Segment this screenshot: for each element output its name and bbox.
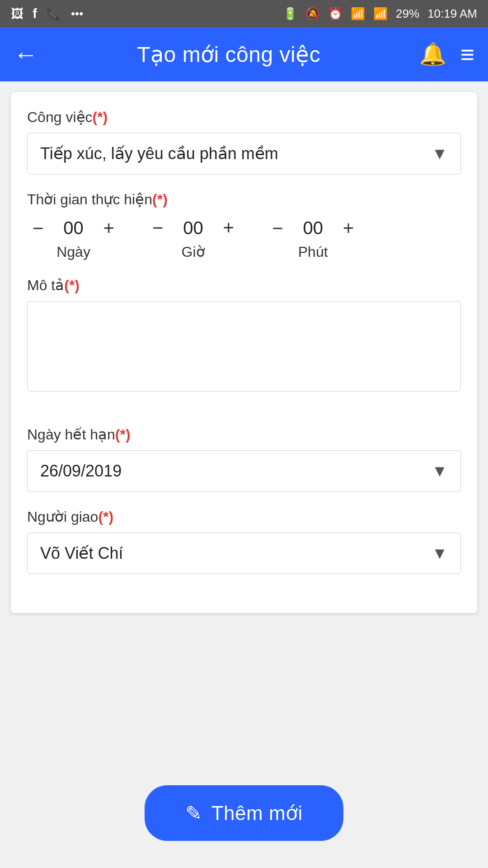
thoi-gian-section: Thời gian thực hiện(*) − 00 + Ngày − bbox=[27, 191, 461, 260]
thoi-gian-label: Thời gian thực hiện(*) bbox=[27, 191, 461, 208]
cong-viec-section: Công việc(*) Tiếp xúc, lấy yêu cầu phần … bbox=[27, 108, 461, 175]
nguoi-giao-dropdown-arrow: ▼ bbox=[432, 544, 448, 563]
viber-icon: 📞 bbox=[46, 6, 62, 21]
ngay-value: 00 bbox=[60, 218, 87, 238]
battery-text: 29% bbox=[396, 7, 419, 21]
gio-decrement-button[interactable]: − bbox=[147, 215, 169, 241]
facebook-icon: f bbox=[33, 6, 37, 21]
time-text: 10:19 AM bbox=[427, 7, 477, 21]
nguoi-giao-value: Võ Viết Chí bbox=[40, 544, 123, 563]
cong-viec-dropdown-arrow: ▼ bbox=[432, 144, 448, 163]
nguoi-giao-label: Người giao(*) bbox=[27, 508, 461, 525]
alarm-icon: ⏰ bbox=[328, 7, 343, 21]
phut-label: Phút bbox=[298, 244, 328, 260]
app-bar: ← Tạo mới công việc 🔔 ≡ bbox=[0, 27, 488, 81]
more-icon: ••• bbox=[71, 7, 83, 21]
status-bar-left-icons: 🖼 f 📞 ••• bbox=[11, 6, 83, 21]
notification-bell-icon[interactable]: 🔔 bbox=[419, 42, 446, 67]
gio-label: Giờ bbox=[182, 243, 205, 260]
page-title: Tạo mới công việc bbox=[52, 42, 406, 67]
gallery-icon: 🖼 bbox=[11, 6, 23, 21]
ngay-decrement-button[interactable]: − bbox=[27, 216, 49, 241]
wifi-icon: 📶 bbox=[351, 7, 365, 21]
ngay-het-han-dropdown-arrow: ▼ bbox=[432, 462, 448, 481]
add-new-button[interactable]: ✎ Thêm mới bbox=[145, 785, 343, 841]
phut-value: 00 bbox=[300, 218, 327, 238]
ngay-het-han-value: 26/09/2019 bbox=[40, 462, 122, 481]
status-bar-right-icons: 🔋 🔕 ⏰ 📶 📶 29% 10:19 AM bbox=[283, 7, 477, 21]
cong-viec-dropdown[interactable]: Tiếp xúc, lấy yêu cầu phần mềm ▼ bbox=[27, 133, 461, 175]
ngay-het-han-label: Ngày hết hạn(*) bbox=[27, 426, 461, 443]
mo-ta-section: Mô tả(*) bbox=[27, 277, 461, 410]
status-bar: 🖼 f 📞 ••• 🔋 🔕 ⏰ 📶 📶 29% 10:19 AM bbox=[0, 0, 488, 27]
sim-icon: 🔋 bbox=[283, 7, 297, 21]
gio-increment-button[interactable]: + bbox=[218, 215, 240, 241]
signal-icon: 📶 bbox=[373, 7, 388, 21]
ngay-increment-button[interactable]: + bbox=[98, 216, 120, 241]
add-new-icon: ✎ bbox=[185, 802, 202, 825]
add-new-label: Thêm mới bbox=[211, 802, 303, 825]
mo-ta-input[interactable] bbox=[27, 301, 461, 392]
nguoi-giao-section: Người giao(*) Võ Viết Chí ▼ bbox=[27, 508, 461, 574]
bottom-action-area: ✎ Thêm mới bbox=[0, 772, 488, 868]
phut-increment-button[interactable]: + bbox=[338, 216, 360, 241]
time-controls: − 00 + Ngày − 00 + Giờ bbox=[27, 215, 461, 260]
cong-viec-value: Tiếp xúc, lấy yêu cầu phần mềm bbox=[40, 144, 278, 163]
nguoi-giao-dropdown[interactable]: Võ Viết Chí ▼ bbox=[27, 533, 461, 574]
back-button[interactable]: ← bbox=[14, 40, 38, 68]
mo-ta-label: Mô tả(*) bbox=[27, 277, 461, 294]
time-unit-phut: − 00 + Phút bbox=[267, 216, 359, 260]
form-card: Công việc(*) Tiếp xúc, lấy yêu cầu phần … bbox=[11, 92, 477, 613]
mute-icon: 🔕 bbox=[305, 7, 320, 21]
ngay-het-han-section: Ngày hết hạn(*) 26/09/2019 ▼ bbox=[27, 426, 461, 492]
main-content: Công việc(*) Tiếp xúc, lấy yêu cầu phần … bbox=[0, 81, 488, 772]
phut-decrement-button[interactable]: − bbox=[267, 216, 289, 241]
ngay-label: Ngày bbox=[56, 244, 90, 260]
menu-icon[interactable]: ≡ bbox=[460, 40, 474, 68]
time-unit-ngay: − 00 + Ngày bbox=[27, 216, 120, 260]
ngay-het-han-dropdown[interactable]: 26/09/2019 ▼ bbox=[27, 450, 461, 492]
cong-viec-label: Công việc(*) bbox=[27, 108, 461, 126]
time-unit-gio: − 00 + Giờ bbox=[147, 215, 239, 260]
gio-value: 00 bbox=[180, 218, 207, 238]
